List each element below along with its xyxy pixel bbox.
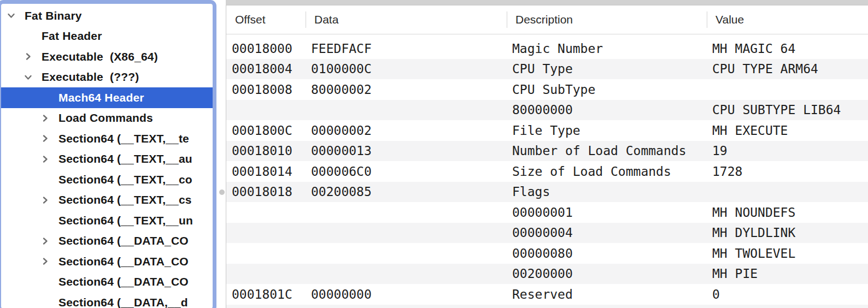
- cell-offset: 00018014: [226, 164, 306, 179]
- tree-item[interactable]: Load Commands: [1, 108, 213, 129]
- cell-data: 0100000C: [306, 62, 507, 76]
- tree-item-label: Section64 (__TEXT,__un: [58, 214, 193, 227]
- tree-item[interactable]: Executable (X86_64): [1, 46, 213, 67]
- splitter-handle[interactable]: [219, 189, 225, 195]
- tree-item[interactable]: Section64 (__DATA_CO: [1, 231, 213, 252]
- cell-value: CPU_TYPE_ARM64: [707, 62, 868, 76]
- chevron-down-icon[interactable]: [21, 67, 34, 88]
- tree-item-label: Section64 (__DATA_CO: [58, 255, 189, 268]
- cell-offset: 00018004: [226, 62, 306, 76]
- table-row[interactable]: 00018014000006C0Size of Load Commands172…: [226, 161, 868, 182]
- chevron-right-icon[interactable]: [38, 128, 51, 149]
- table-filler-row: [226, 305, 868, 308]
- chevron-right-icon[interactable]: [38, 231, 51, 252]
- cell-description: CPU SubType: [507, 82, 707, 97]
- cell-description: Size of Load Commands: [507, 164, 707, 179]
- sidebar-tree: Fat BinaryFat HeaderExecutable (X86_64)E…: [1, 4, 213, 308]
- sidebar: Fat BinaryFat HeaderExecutable (X86_64)E…: [0, 0, 218, 308]
- cell-description: Reserved: [507, 287, 707, 301]
- column-divider: [707, 11, 707, 28]
- column-divider: [306, 11, 306, 28]
- chevron-spacer: [38, 272, 51, 293]
- cell-description: Magic Number: [507, 42, 707, 56]
- cell-data: FEEDFACF: [306, 42, 507, 56]
- cell-value: MH_EXECUTE: [707, 123, 868, 138]
- cell-description: Flags: [507, 185, 707, 199]
- cell-value: MH_NOUNDEFS: [707, 205, 868, 220]
- cell-offset: 00018018: [226, 185, 306, 199]
- column-header-offset[interactable]: Offset: [226, 5, 306, 34]
- cell-offset: 00018000: [226, 42, 306, 56]
- table-row[interactable]: 0001800880000002CPU SubType: [226, 79, 868, 100]
- chevron-right-icon[interactable]: [38, 149, 51, 170]
- cell-value: MH_PIE: [707, 266, 868, 281]
- table-row[interactable]: 0001801800200085Flags: [226, 182, 868, 203]
- cell-description: 80000000: [507, 103, 707, 117]
- cell-data: 00000002: [306, 123, 507, 138]
- tree-item[interactable]: Executable (???): [1, 67, 213, 88]
- tree-item[interactable]: Fat Header: [1, 26, 213, 47]
- tree-item-label: Load Commands: [58, 111, 153, 125]
- cell-value: MH_DYLDLINK: [707, 226, 868, 240]
- tree-item[interactable]: Section64 (__DATA_CO: [1, 251, 213, 272]
- chevron-down-icon[interactable]: [4, 5, 17, 26]
- tree-item-label: Section64 (__TEXT,__au: [58, 152, 192, 165]
- cell-value: CPU_SUBTYPE_LIB64: [707, 103, 868, 117]
- content-pane: OffsetDataDescriptionValue 00018000FEEDF…: [226, 0, 868, 308]
- tree-item[interactable]: Section64 (__TEXT,__te: [1, 128, 213, 149]
- cell-value: 1728: [707, 164, 868, 179]
- cell-description: 00200000: [507, 266, 707, 281]
- chevron-spacer: [38, 169, 51, 190]
- tree-item-label: Executable (???): [42, 70, 139, 84]
- table-header-row: OffsetDataDescriptionValue: [226, 5, 868, 34]
- tree-item-label: Section64 (__DATA_CO: [58, 234, 189, 247]
- chevron-right-icon[interactable]: [21, 46, 34, 67]
- table-row[interactable]: 00200000MH_PIE: [226, 264, 868, 285]
- table-body: 00018000FEEDFACFMagic NumberMH_MAGIC_640…: [226, 34, 868, 308]
- chevron-spacer: [21, 26, 34, 47]
- cell-data: 00200085: [306, 185, 507, 199]
- tree-item-label: Section64 (__DATA,__d: [58, 296, 188, 308]
- chevron-right-icon[interactable]: [38, 251, 51, 272]
- tree-item-label: Section64 (__TEXT,__cs: [58, 193, 192, 206]
- cell-value: 0: [707, 287, 868, 301]
- table-row[interactable]: 00018000FEEDFACFMagic NumberMH_MAGIC_64: [226, 38, 868, 59]
- tree-item-label: Mach64 Header: [58, 91, 144, 104]
- column-header-description[interactable]: Description: [507, 5, 707, 34]
- table-row[interactable]: 000180040100000CCPU TypeCPU_TYPE_ARM64: [226, 59, 868, 80]
- tree-item[interactable]: Section64 (__DATA_CO: [1, 272, 213, 293]
- tree-item-label: Fat Binary: [25, 9, 82, 22]
- table-row[interactable]: 0001800C00000002File TypeMH_EXECUTE: [226, 120, 868, 141]
- cell-value: 19: [707, 144, 868, 158]
- tree-item[interactable]: Section64 (__TEXT,__cs: [1, 190, 213, 211]
- table-row[interactable]: 0001801000000013Number of Load Commands1…: [226, 141, 868, 162]
- table-row[interactable]: 80000000CPU_SUBTYPE_LIB64: [226, 100, 868, 121]
- cell-description: 00000001: [507, 205, 707, 220]
- table-row[interactable]: 00000080MH_TWOLEVEL: [226, 243, 868, 264]
- cell-description: 00000080: [507, 246, 707, 260]
- column-header-value[interactable]: Value: [707, 5, 868, 34]
- column-header-data[interactable]: Data: [306, 5, 507, 34]
- tree-item[interactable]: Section64 (__TEXT,__au: [1, 149, 213, 170]
- chevron-spacer: [38, 87, 51, 108]
- tree-item-label: Fat Header: [42, 29, 102, 43]
- table-row[interactable]: 00000004MH_DYLDLINK: [226, 223, 868, 244]
- tree-item[interactable]: Fat Binary: [1, 5, 213, 26]
- chevron-right-icon[interactable]: [38, 108, 51, 129]
- chevron-spacer: [38, 292, 51, 308]
- tree-item-selected[interactable]: Mach64 Header: [1, 87, 213, 108]
- cell-offset: 00018010: [226, 144, 306, 158]
- tree-item[interactable]: Section64 (__DATA,__d: [1, 292, 213, 308]
- cell-data: 80000002: [306, 82, 507, 97]
- chevron-right-icon[interactable]: [38, 190, 51, 211]
- cell-value: MH_TWOLEVEL: [707, 246, 868, 260]
- cell-data: 000006C0: [306, 164, 507, 179]
- tree-item[interactable]: Section64 (__TEXT,__co: [1, 169, 213, 190]
- chevron-spacer: [38, 210, 51, 231]
- tree-item[interactable]: Section64 (__TEXT,__un: [1, 210, 213, 231]
- tree-item-label: Executable (X86_64): [42, 50, 158, 63]
- tree-item-label: Section64 (__TEXT,__co: [58, 173, 192, 186]
- table-row[interactable]: 0001801C00000000Reserved0: [226, 284, 868, 305]
- table-row[interactable]: 00000001MH_NOUNDEFS: [226, 202, 868, 223]
- cell-description: CPU Type: [507, 62, 707, 76]
